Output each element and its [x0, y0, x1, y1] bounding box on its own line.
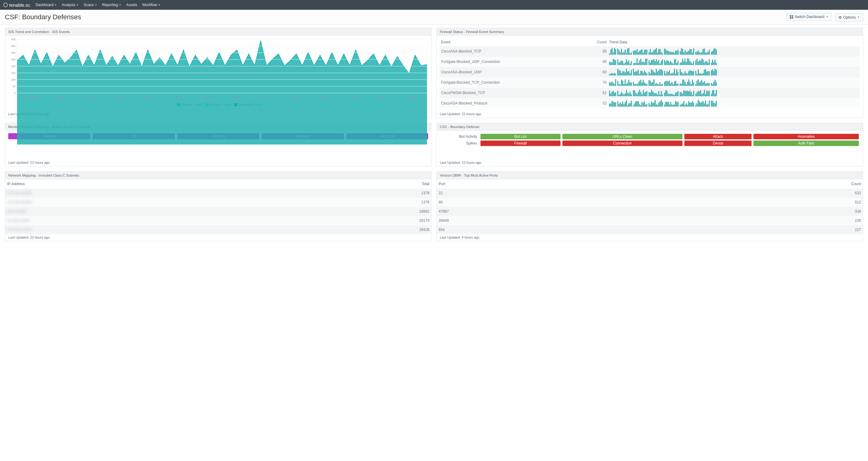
csc-chip[interactable]: Connection — [562, 140, 683, 146]
cell-ip: 172.26.10.0/24 — [5, 189, 291, 198]
options-button[interactable]: ✿ Options ▼ — [835, 13, 863, 22]
cell-event: Fortigate-Blocked_UDP_Connection — [440, 57, 574, 67]
panel-body: Event Count Trend Data CiscoASA-Blocked_… — [437, 36, 863, 111]
y-tick: 150 — [8, 71, 16, 74]
table-row[interactable]: 10.1.0.0/2419862 — [5, 207, 431, 216]
nav-item-dashboard[interactable]: Dashboard▼ — [35, 3, 57, 7]
cell-port: 22 — [437, 189, 653, 198]
x-tick: 12 PM — [105, 96, 134, 99]
cell-count: 512 — [653, 198, 863, 207]
nav-item-workflow[interactable]: Workflow▼ — [142, 3, 160, 7]
table-row[interactable]: CiscoASA-Blocked_Protocol52 — [440, 98, 860, 108]
cell-count: 83 — [574, 67, 608, 77]
csc-row-label: Bot Activity — [440, 133, 479, 140]
x-tick: Wed 03 — [134, 96, 163, 99]
panel-updated: Last Updated: 22 hours ago — [5, 234, 431, 241]
nav-item-assets[interactable]: Assets — [126, 3, 137, 7]
table-row[interactable]: 39449236 — [437, 216, 863, 225]
cell-trend — [608, 57, 860, 67]
chevron-down-icon: ▼ — [54, 4, 57, 6]
csc-chip[interactable]: URLs Clean — [562, 134, 683, 139]
panel-updated: Last Updated: 4 hours ago — [437, 234, 863, 241]
dashboard-grid: IDS Trend and Correlation - IDS Events 0… — [0, 25, 868, 244]
firewall-table: Event Count Trend Data CiscoASA-Blocked_… — [440, 38, 860, 108]
x-tick: 12 PM — [398, 96, 427, 99]
csc-table: Bot ActivityBot ListURLs CleanAttackAnom… — [440, 133, 860, 146]
cell-trend — [608, 67, 860, 77]
chevron-down-icon: ▼ — [826, 15, 828, 18]
table-row[interactable]: 172.26.22.0/2429426 — [5, 225, 431, 234]
csc-chip[interactable]: Denial — [684, 140, 751, 146]
table-row[interactable]: CiscoASA-Blocked_UDP83 — [440, 67, 860, 77]
nav-items: Dashboard▼Analysis▼Scans▼Reporting▼Asset… — [35, 3, 160, 7]
csc-chip[interactable]: Anomalies — [753, 134, 859, 139]
title-actions: Switch Dashboard ▼ ✿ Options ▼ — [786, 13, 863, 22]
col-total: Total — [291, 179, 431, 189]
svg-rect-3 — [790, 17, 791, 19]
table-row[interactable]: 172.26.10.0/241379 — [5, 189, 431, 198]
col-event: Event — [440, 38, 574, 46]
nav-item-scans[interactable]: Scans▼ — [84, 3, 97, 7]
table-row[interactable]: CiscoFWSM-Blocked_TCP61 — [440, 88, 860, 98]
cell-total: 29426 — [291, 225, 431, 234]
csc-row: SpikesFirewallConnectionDenialAuth Fails — [440, 140, 860, 146]
cell-count: 52 — [574, 98, 608, 108]
sparkline — [609, 48, 859, 55]
table-row[interactable]: 554227 — [437, 225, 863, 234]
panel-body: 050100150200250300350400 February12 PMTu… — [5, 36, 431, 111]
csc-chip[interactable]: Firewall — [480, 140, 561, 146]
table-row[interactable]: CiscoASA-Blocked_TCP95 — [440, 46, 860, 57]
table-row[interactable]: 10.100.0.0/2428179 — [5, 216, 431, 225]
panel-body: IP Address Total 172.26.10.0/241379172.2… — [5, 179, 431, 234]
panel-updated: Last Updated: 22 hours ago — [437, 111, 863, 118]
csc-chip[interactable]: Attack — [684, 134, 751, 139]
options-label: Options — [843, 15, 856, 20]
panel-network-mapping: Network Mapping - Included Class C Subne… — [5, 171, 432, 241]
cell-event: Fortigate-Blocked_TCP_Connection — [440, 77, 574, 88]
csc-row-label: Spikes — [440, 140, 479, 146]
csc-chip[interactable]: Auth Fails — [753, 140, 859, 146]
cell-ip: 10.100.0.0/24 — [5, 216, 291, 225]
cell-count: 70 — [574, 77, 608, 88]
cell-event: CiscoASA-Blocked_TCP — [440, 46, 574, 57]
table-row[interactable]: 22632 — [437, 189, 863, 198]
nav-item-analysis[interactable]: Analysis▼ — [62, 3, 79, 7]
panel-title: Verizon DBIR - Top Most Active Ports — [437, 172, 863, 179]
top-nav: tenable.sc Dashboard▼Analysis▼Scans▼Repo… — [0, 0, 868, 10]
cell-total: 1379 — [291, 189, 431, 198]
chevron-down-icon: ▼ — [76, 4, 79, 6]
table-row[interactable]: Fortigate-Blocked_TCP_Connection70 — [440, 77, 860, 88]
y-tick: 0 — [8, 92, 16, 95]
switch-dashboard-button[interactable]: Switch Dashboard ▼ — [786, 13, 832, 21]
gear-icon: ✿ — [839, 15, 842, 20]
col-ip: IP Address — [5, 179, 291, 189]
table-row[interactable]: 172.26.10.0/241379 — [5, 198, 431, 207]
y-tick: 400 — [8, 38, 16, 41]
table-row[interactable]: 47867338 — [437, 207, 863, 216]
svg-rect-1 — [790, 15, 791, 17]
cell-trend — [608, 88, 860, 98]
subnet-table: IP Address Total 172.26.10.0/241379172.2… — [5, 179, 431, 234]
table-row[interactable]: Fortigate-Blocked_UDP_Connection85 — [440, 57, 860, 67]
table-row[interactable]: 80512 — [437, 198, 863, 207]
svg-rect-2 — [792, 15, 793, 17]
panel-updated: Last Updated: 22 hours ago — [5, 160, 431, 166]
brand-logo[interactable]: tenable.sc — [3, 2, 30, 8]
sparkline — [609, 100, 859, 107]
cell-total: 1379 — [291, 198, 431, 207]
brand-name: tenable.sc — [9, 2, 30, 8]
cell-port: 47867 — [437, 207, 653, 216]
panel-active-ports: Verizon DBIR - Top Most Active Ports Por… — [436, 171, 863, 241]
panel-title: CSC - Boundary Defense — [437, 123, 863, 131]
chevron-down-icon: ▼ — [119, 4, 121, 6]
grid-icon — [790, 15, 793, 19]
nav-item-reporting[interactable]: Reporting▼ — [102, 3, 121, 7]
x-tick: Tue 02 — [75, 96, 105, 99]
ids-area-chart[interactable]: 050100150200250300350400 February12 PMTu… — [8, 38, 428, 102]
x-tick: Sat 06 — [310, 96, 339, 99]
csc-chip[interactable]: Bot List — [480, 134, 561, 139]
cell-total: 28179 — [291, 216, 431, 225]
x-tick: 12 PM — [222, 96, 251, 99]
cell-port: 39449 — [437, 216, 653, 225]
cell-ip: 172.26.10.0/24 — [5, 198, 291, 207]
